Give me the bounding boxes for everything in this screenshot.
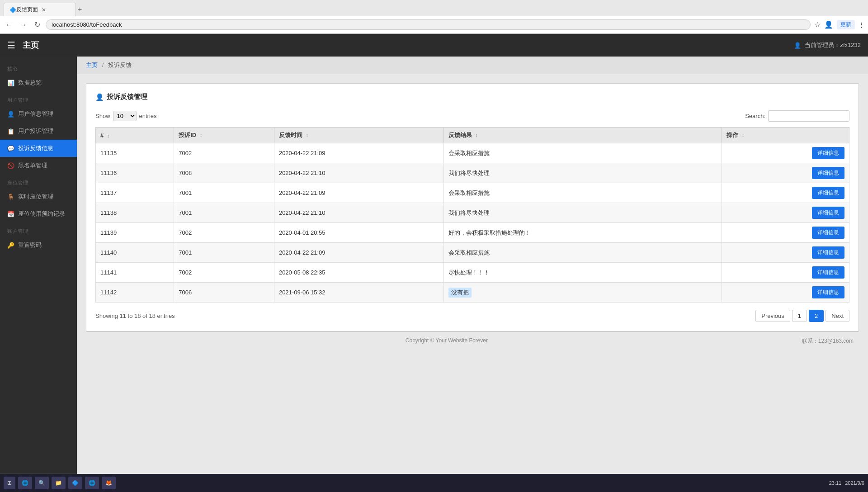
browser-chrome: 🔷 反馈页面 ✕ + ← → ↻ localhost:8080/toFeedba… xyxy=(0,0,868,34)
col-feedback-result[interactable]: 反馈结果 ↕ xyxy=(443,128,722,143)
footer-copyright: Copyright © Your Website Forever xyxy=(406,337,488,344)
sidebar-section-seat: 座位管理 xyxy=(0,174,77,188)
feedback-icon: 💬 xyxy=(7,145,14,152)
previous-button[interactable]: Previous xyxy=(755,310,790,322)
table-row: 1113670082020-04-22 21:10我们将尽快处理详细信息 xyxy=(96,163,849,183)
page-2-button[interactable]: 2 xyxy=(809,310,824,322)
detail-button[interactable]: 详细信息 xyxy=(812,167,844,179)
showing-text: Showing 11 to 18 of 18 entries xyxy=(95,312,175,319)
taskbar-time: 23:11 xyxy=(829,480,842,486)
url-input[interactable]: localhost:8080/toFeedback xyxy=(46,19,811,30)
seat-real-icon: 🪑 xyxy=(7,194,14,200)
feedback-panel: 👤 投诉反馈管理 Show 10 25 50 100 xyxy=(86,83,859,331)
breadcrumb-home[interactable]: 主页 xyxy=(86,62,98,68)
forward-button[interactable]: → xyxy=(18,20,29,30)
sidebar-item-seat-real[interactable]: 🪑 实时座位管理 xyxy=(0,188,77,205)
table-row: 1114070012020-04-22 21:09会采取相应措施详细信息 xyxy=(96,243,849,263)
feedback-table: # ↕ 投诉ID ↕ 反馈时间 ↕ xyxy=(95,127,849,303)
cell-feedback-time: 2020-05-08 22:35 xyxy=(274,263,443,283)
taskbar-files[interactable]: 📁 xyxy=(52,477,66,489)
cell-complaint-id: 7002 xyxy=(174,223,274,243)
sidebar-item-seat-booking[interactable]: 📅 座位使用预约记录 xyxy=(0,205,77,222)
reload-button[interactable]: ↻ xyxy=(33,19,42,30)
content-area: 主页 / 投诉反馈 👤 投诉反馈管理 Show xyxy=(77,57,868,492)
col-id[interactable]: # ↕ xyxy=(96,128,174,143)
sidebar-section-account: 账户管理 xyxy=(0,222,77,237)
taskbar-app2[interactable]: 🦊 xyxy=(102,477,116,489)
sidebar-item-data-dashboard[interactable]: 📊 数据总览 xyxy=(0,74,77,91)
sort-feedback-time-icon: ↕ xyxy=(306,132,309,138)
cell-feedback-result: 我们将尽快处理 xyxy=(443,203,722,223)
cell-id: 11142 xyxy=(96,283,174,303)
col-complaint-id-label: 投诉ID xyxy=(179,132,196,138)
detail-button[interactable]: 详细信息 xyxy=(812,286,844,298)
sort-feedback-result-icon: ↕ xyxy=(475,132,478,138)
admin-icon: 👤 xyxy=(794,42,801,49)
top-nav: ☰ 主页 👤 当前管理员：zfx1232 xyxy=(0,34,868,57)
search-label: Search: xyxy=(745,113,765,119)
sidebar-item-user-complaint[interactable]: 📋 用户投诉管理 xyxy=(0,123,77,140)
profile-icon[interactable]: 👤 xyxy=(824,20,833,29)
taskbar-left: ⊞ 🌐 🔍 📁 🔷 🌐 🦊 xyxy=(4,477,116,489)
detail-button[interactable]: 详细信息 xyxy=(812,266,844,279)
col-feedback-time-label: 反馈时间 xyxy=(279,132,302,138)
cell-feedback-time: 2021-09-06 15:32 xyxy=(274,283,443,303)
detail-button[interactable]: 详细信息 xyxy=(812,187,844,199)
bookmark-icon[interactable]: ☆ xyxy=(814,20,821,29)
site-footer: 联系：123@163.com Copyright © Your Website … xyxy=(86,331,859,349)
taskbar-search[interactable]: 🔍 xyxy=(35,477,49,489)
page-content: 👤 投诉反馈管理 Show 10 25 50 100 xyxy=(77,74,868,358)
sort-action-icon: ↕ xyxy=(742,132,745,138)
entries-select[interactable]: 10 25 50 100 xyxy=(113,111,137,121)
sidebar-item-label: 用户投诉管理 xyxy=(18,127,53,135)
search-input[interactable] xyxy=(768,110,849,122)
detail-button[interactable]: 详细信息 xyxy=(812,246,844,259)
cell-feedback-time: 2020-04-01 20:55 xyxy=(274,223,443,243)
cell-action: 详细信息 xyxy=(722,183,849,203)
cell-action: 详细信息 xyxy=(722,143,849,163)
col-complaint-id[interactable]: 投诉ID ↕ xyxy=(174,128,274,143)
hamburger-menu[interactable]: ☰ xyxy=(7,40,15,51)
col-action: 操作 ↕ xyxy=(722,128,849,143)
table-row: 1113570022020-04-22 21:09会采取相应措施详细信息 xyxy=(96,143,849,163)
tab-close-button[interactable]: ✕ xyxy=(42,7,46,13)
detail-button[interactable]: 详细信息 xyxy=(812,227,844,239)
sidebar-item-feedback[interactable]: 💬 投诉反馈信息 xyxy=(0,140,77,157)
table-row: 1114270062021-09-06 15:32没有把详细信息 xyxy=(96,283,849,303)
table-row: 1113970022020-04-01 20:55好的，会积极采取措施处理的！详… xyxy=(96,223,849,243)
detail-button[interactable]: 详细信息 xyxy=(812,207,844,219)
blacklist-icon: 🚫 xyxy=(7,162,14,169)
cell-complaint-id: 7002 xyxy=(174,143,274,163)
taskbar-ie[interactable]: 🌐 xyxy=(18,477,32,489)
cell-action: 详细信息 xyxy=(722,223,849,243)
entries-label: entries xyxy=(139,113,157,119)
breadcrumb-current: 投诉反馈 xyxy=(108,62,132,68)
taskbar-chrome[interactable]: 🌐 xyxy=(85,477,99,489)
browser-action-button[interactable]: 更新 xyxy=(837,20,855,29)
show-label: Show xyxy=(95,113,110,119)
cell-complaint-id: 7008 xyxy=(174,163,274,183)
col-action-label: 操作 xyxy=(726,132,738,138)
new-tab-button[interactable]: + xyxy=(78,5,82,14)
sidebar-item-user-info[interactable]: 👤 用户信息管理 xyxy=(0,105,77,123)
panel-title-icon: 👤 xyxy=(95,93,104,101)
taskbar-app1[interactable]: 🔷 xyxy=(68,477,82,489)
sidebar-section-core: 核心 xyxy=(0,60,77,74)
next-button[interactable]: Next xyxy=(826,310,849,322)
col-feedback-time[interactable]: 反馈时间 ↕ xyxy=(274,128,443,143)
reset-pwd-icon: 🔑 xyxy=(7,242,14,249)
sidebar-item-blacklist[interactable]: 🚫 黑名单管理 xyxy=(0,157,77,174)
sidebar-item-reset-pwd[interactable]: 🔑 重置密码 xyxy=(0,237,77,254)
browser-tab[interactable]: 🔷 反馈页面 ✕ xyxy=(4,3,76,16)
sort-complaint-id-icon: ↕ xyxy=(200,132,203,138)
page-1-button[interactable]: 1 xyxy=(792,310,807,322)
sidebar-item-label: 用户信息管理 xyxy=(18,110,53,118)
back-button[interactable]: ← xyxy=(4,20,14,30)
cell-action: 详细信息 xyxy=(722,243,849,263)
cell-feedback-result: 会采取相应措施 xyxy=(443,243,722,263)
start-button[interactable]: ⊞ xyxy=(4,477,15,489)
menu-icon[interactable]: ⋮ xyxy=(859,21,864,28)
sidebar-item-label: 数据总览 xyxy=(18,79,42,87)
detail-button[interactable]: 详细信息 xyxy=(812,147,844,159)
sidebar-item-label: 黑名单管理 xyxy=(18,161,47,170)
